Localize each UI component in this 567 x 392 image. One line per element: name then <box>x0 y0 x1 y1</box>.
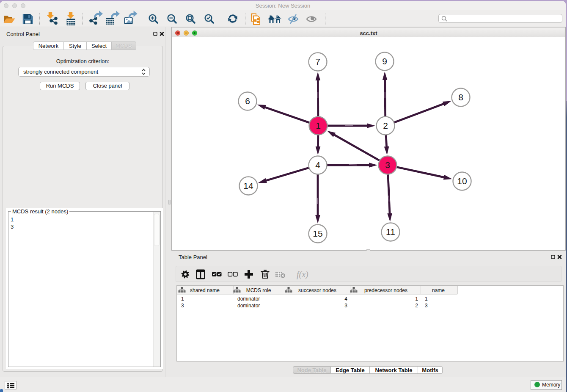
svg-text:3: 3 <box>181 303 184 309</box>
svg-text:dominator: dominator <box>237 296 260 302</box>
svg-text:4: 4 <box>315 160 320 170</box>
svg-text:3: 3 <box>385 160 390 170</box>
svg-text:2: 2 <box>415 303 418 309</box>
svg-text:1: 1 <box>425 296 428 302</box>
svg-text:successor nodes: successor nodes <box>298 287 336 293</box>
svg-text:name: name <box>432 287 445 293</box>
svg-text:2: 2 <box>383 121 388 130</box>
svg-text:f(x): f(x) <box>297 270 308 279</box>
svg-text:15: 15 <box>313 229 322 238</box>
svg-text:dominator: dominator <box>237 303 260 309</box>
svg-text:10: 10 <box>457 176 467 186</box>
svg-text:1: 1 <box>316 121 321 130</box>
svg-text:predecessor nodes: predecessor nodes <box>364 287 407 293</box>
svg-text:MCDS role: MCDS role <box>246 287 271 293</box>
svg-text:6: 6 <box>245 96 250 106</box>
svg-text:1: 1 <box>181 296 184 302</box>
svg-text:11: 11 <box>386 227 395 237</box>
svg-text:1: 1 <box>415 296 418 302</box>
svg-text:4: 4 <box>344 296 347 302</box>
svg-text:shared name: shared name <box>190 287 220 293</box>
svg-text:8: 8 <box>458 92 463 102</box>
svg-text:3: 3 <box>425 303 428 309</box>
svg-text:3: 3 <box>344 303 347 309</box>
svg-text:14: 14 <box>243 181 253 190</box>
svg-text:7: 7 <box>315 57 320 66</box>
svg-text:9: 9 <box>382 56 387 66</box>
